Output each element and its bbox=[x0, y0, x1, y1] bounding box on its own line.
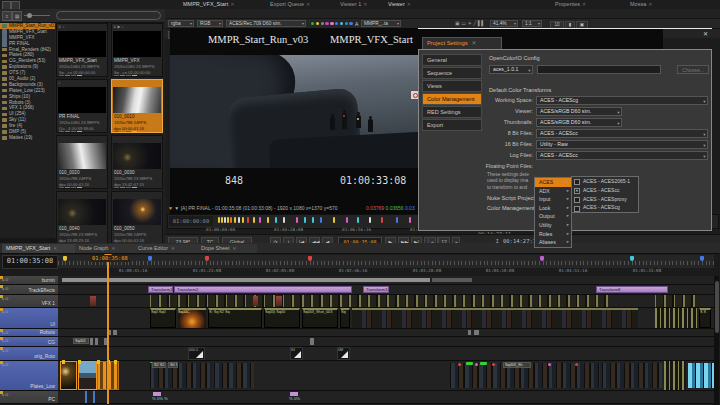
viewer-input-dropdown[interactable]: MMPR_..ta bbox=[361, 20, 401, 27]
clip-red[interactable] bbox=[253, 296, 258, 307]
clip-dot[interactable] bbox=[575, 363, 578, 366]
track-toggle-icons[interactable]: a ⊙ bbox=[2, 362, 9, 367]
track-header-cg[interactable]: a ⊙CG bbox=[0, 337, 58, 347]
track-toggle-icons[interactable]: a ⊙ bbox=[2, 286, 9, 291]
timeline-tag-marker[interactable] bbox=[234, 217, 236, 223]
clip-olive[interactable] bbox=[150, 295, 610, 307]
clip-tri[interactable]: 84 bbox=[290, 347, 303, 360]
track-toggle-icons[interactable]: a ⊙ bbox=[2, 338, 9, 343]
clip-dense[interactable] bbox=[214, 363, 254, 388]
submenu-item[interactable]: ✕ACES - ACEScc bbox=[572, 186, 638, 195]
tab-properties[interactable]: Properties✕ bbox=[555, 1, 586, 9]
timeline-tag-marker[interactable] bbox=[253, 217, 255, 223]
timeline-marker[interactable] bbox=[630, 256, 634, 261]
timeline-tag-marker[interactable] bbox=[242, 217, 244, 223]
clip-thin[interactable] bbox=[310, 338, 314, 344]
timeline-marker[interactable] bbox=[148, 256, 152, 261]
timeline-tag-marker[interactable] bbox=[275, 217, 277, 223]
clip-bar2[interactable] bbox=[432, 278, 472, 282]
menu-item-utility[interactable]: Utility bbox=[535, 221, 571, 230]
bin-card[interactable]: 010_00401920x788 23.98FPSdpx 13:49:25:16 bbox=[56, 191, 108, 245]
clip-thin[interactable] bbox=[90, 338, 93, 344]
transform-row-dropdown[interactable]: ACES - ACEScc bbox=[536, 151, 708, 160]
timeline-tag-marker[interactable] bbox=[396, 217, 398, 223]
clip-yflag[interactable] bbox=[97, 360, 100, 364]
track-content-robots[interactable] bbox=[58, 329, 714, 337]
timeline-tag-marker[interactable] bbox=[381, 217, 383, 223]
timeline-current-timecode[interactable]: 01:00:35:08 bbox=[2, 255, 58, 269]
dialog-close-icon[interactable]: ✕ bbox=[703, 30, 708, 37]
clip-s[interactable]: S0 S bbox=[168, 362, 178, 368]
settings-section-sequence[interactable]: Sequence bbox=[422, 67, 482, 79]
track-toggle-icons[interactable]: a ⊙ bbox=[2, 277, 9, 282]
clip-yflag[interactable] bbox=[62, 360, 65, 364]
zoom-dropdown[interactable]: 41.4% bbox=[490, 20, 518, 27]
tree-item[interactable]: Mattes (19) bbox=[0, 135, 55, 141]
transform-row-dropdown[interactable]: ACES/sRGB D60 sim. bbox=[536, 118, 622, 127]
bin-card[interactable]: ♪PR FINAL1920x1080 23.98FPSQu...4 00:59:… bbox=[56, 79, 108, 133]
timeline-tag-marker[interactable] bbox=[238, 217, 240, 223]
bin-card[interactable]: 010_00301920x788 23.98FPSdpx 13:42:47:15 bbox=[111, 135, 163, 189]
thumbnail-size-knob[interactable] bbox=[27, 13, 32, 18]
track-content-cg[interactable]: Sq001 bbox=[58, 337, 714, 347]
transform-row-dropdown[interactable]: Utility - Raw bbox=[536, 140, 708, 149]
clip-yflag[interactable] bbox=[78, 360, 81, 364]
menu-item-aliases[interactable]: Aliases bbox=[535, 238, 571, 247]
menu-item-roles[interactable]: Roles bbox=[535, 230, 571, 239]
clip-s[interactable]: S2 S2 bbox=[152, 362, 166, 368]
clip-red[interactable] bbox=[276, 296, 282, 307]
clip-thin[interactable] bbox=[113, 330, 117, 335]
bin-search-input[interactable] bbox=[56, 11, 161, 20]
clip-sq[interactable]: Sq0 Sq0 bbox=[150, 308, 176, 328]
flag-dot[interactable] bbox=[349, 22, 352, 25]
bin-card[interactable]: 010_00101920x788 24FPSdpx 00:00:41:16 bbox=[111, 79, 163, 133]
track-toggle-icons[interactable]: a ⊙ bbox=[2, 296, 9, 301]
submenu-item[interactable]: ACES - ACEScg bbox=[572, 203, 638, 212]
flag-dot[interactable] bbox=[340, 22, 343, 25]
bin-card[interactable]: ≣ ▶ ♪MMPR_VFX1920x1080 23.98FPSSe...ce 0… bbox=[111, 23, 163, 77]
timeline-tag-marker[interactable] bbox=[230, 217, 232, 223]
timeline-tag-marker[interactable] bbox=[369, 217, 371, 223]
settings-section-general[interactable]: General bbox=[422, 54, 482, 66]
bin-card[interactable]: 010_00501920x788 24FPSdpx 00:00:41:16 bbox=[111, 191, 163, 245]
timeline-tag-marker[interactable] bbox=[312, 217, 314, 223]
clip-yflag[interactable] bbox=[114, 360, 117, 364]
clip-red[interactable] bbox=[90, 296, 96, 307]
track-content-trackeffects[interactable]: Transform1Transform2Transform3Transform8 bbox=[58, 285, 714, 295]
timeline-marker[interactable] bbox=[308, 256, 312, 261]
timeline-marker[interactable] bbox=[540, 256, 544, 261]
clip-s[interactable]: Sq003_Sh bbox=[503, 362, 531, 368]
clip-cyan[interactable] bbox=[688, 363, 714, 388]
tab-mmpr-vfx-start[interactable]: MMPR_VFX_Start✕ bbox=[183, 1, 234, 9]
menu-item-adx[interactable]: ADX bbox=[535, 187, 571, 196]
track-content-burnin[interactable] bbox=[58, 276, 714, 285]
timeline-tab-curve-editor[interactable]: Curve Editor✕ bbox=[134, 244, 198, 253]
track-content-pc[interactable]: % 0% %% 0% bbox=[58, 391, 714, 404]
track-header-trackeffects[interactable]: a ⊙TrackEffects bbox=[0, 285, 58, 295]
timeline-tab-node-graph[interactable]: Node Graph✕ bbox=[75, 244, 135, 253]
track-header-vfx-1[interactable]: a ⊙VFX 1 bbox=[0, 295, 58, 308]
clip-tfm[interactable]: Transform2 bbox=[174, 286, 352, 293]
clip-sq[interactable]: S; Sq S2 Sq bbox=[208, 308, 262, 328]
clip-oclip2[interactable] bbox=[78, 361, 97, 390]
clip-s[interactable]: Sq001 bbox=[73, 338, 89, 344]
channels-dropdown[interactable]: rgba bbox=[168, 20, 194, 27]
timeline-marker[interactable] bbox=[205, 256, 209, 261]
track-header-robots[interactable]: a ⊙Robots bbox=[0, 329, 58, 337]
timeline-tag-marker[interactable] bbox=[283, 217, 285, 223]
clip-pct[interactable]: % 0% bbox=[289, 396, 311, 402]
viewer-tool-icons[interactable]: ▣▭✳╱▌▌ bbox=[455, 20, 487, 27]
submenu-item[interactable]: ACES - ACES2065-1 bbox=[572, 177, 638, 186]
ocio-config-dropdown[interactable]: aces_1.0.1 bbox=[489, 65, 533, 74]
timeline-tag-marker[interactable] bbox=[259, 217, 261, 223]
transform-row-dropdown[interactable]: ACES - ACEScc bbox=[536, 129, 708, 138]
track-header-orig-roto[interactable]: a ⊙orig_Roto bbox=[0, 347, 58, 361]
flag-dot[interactable] bbox=[345, 22, 348, 25]
track-content-orig-roto[interactable]: 000 0840M bbox=[58, 347, 714, 361]
viewer-lut-dropdown[interactable]: ACES/Rec.709 D60 sim. bbox=[226, 20, 306, 27]
timeline-tag-marker[interactable] bbox=[304, 217, 306, 223]
unchecked-checkbox[interactable] bbox=[574, 179, 580, 185]
timeline-ruler[interactable]: 01:00:41:1601:01:23:0801:02:05:0001:02:4… bbox=[58, 255, 714, 268]
tab-viewer[interactable]: Viewer✕ bbox=[388, 1, 411, 9]
track-content-vfx-1[interactable] bbox=[58, 295, 714, 308]
